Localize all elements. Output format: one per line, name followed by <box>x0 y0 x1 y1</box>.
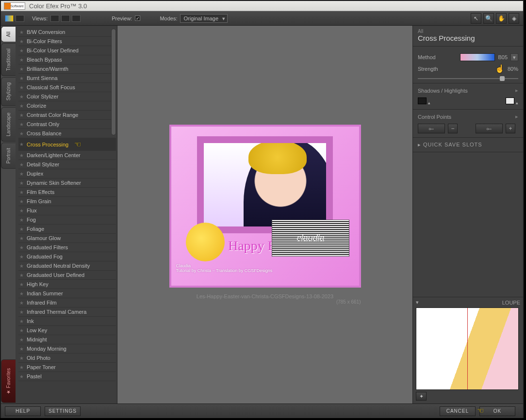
filter-item[interactable]: ★Infrared Film <box>18 298 116 307</box>
filter-item[interactable]: ★Burnt Sienna <box>18 74 116 83</box>
tab-portrait[interactable]: Portrait <box>1 143 16 169</box>
view-side-icon[interactable] <box>72 15 81 22</box>
star-icon[interactable]: ★ <box>19 226 24 232</box>
filter-item[interactable]: ★Detail Stylizer <box>18 160 116 169</box>
star-icon[interactable]: ★ <box>19 48 24 53</box>
filter-item[interactable]: ★Duplex <box>18 169 116 178</box>
expand-arrow-icon[interactable]: ▸ <box>515 87 518 94</box>
add-cp-button[interactable]: + <box>506 124 515 133</box>
star-icon[interactable]: ★ <box>19 254 24 259</box>
highlights-thumb[interactable] <box>506 97 514 104</box>
filter-item[interactable]: ★Graduated Fog <box>18 252 116 261</box>
method-dropdown[interactable]: ▾ <box>510 53 518 61</box>
star-icon[interactable]: ★ <box>19 85 24 90</box>
hand-tool[interactable]: ✋ <box>496 13 507 24</box>
filter-item[interactable]: ★Film Effects <box>18 188 116 197</box>
star-icon[interactable]: ★ <box>19 374 24 379</box>
filter-item[interactable]: ★Film Grain <box>18 197 116 206</box>
thumbnail-view-icon[interactable] <box>5 15 14 22</box>
filter-item[interactable]: ★Indian Summer <box>18 289 116 298</box>
filter-item[interactable]: ★Glamour Glow <box>18 234 116 243</box>
loupe-preview[interactable] <box>416 307 519 390</box>
filter-item[interactable]: ★Color Stylizer <box>18 92 116 101</box>
quick-save-section[interactable]: ▸ QUICK SAVE SLOTS <box>413 137 523 152</box>
filter-item[interactable]: ★Old Photo <box>18 354 116 363</box>
filter-item[interactable]: ★Low Key <box>18 326 116 335</box>
filter-scrollbar[interactable] <box>111 29 116 135</box>
star-icon[interactable]: ★ <box>19 337 24 342</box>
filter-item[interactable]: ★Flux <box>18 206 116 215</box>
filter-item[interactable]: ★Graduated Neutral Density <box>18 261 116 271</box>
add-negative-cp-button[interactable]: ⟜ <box>418 124 445 133</box>
remove-cp-button[interactable]: − <box>448 124 458 133</box>
star-icon[interactable]: ★ <box>19 180 24 186</box>
filter-item[interactable]: ★Contrast Color Range <box>18 111 116 120</box>
star-icon[interactable]: ★ <box>19 190 24 195</box>
filter-item[interactable]: ★Bleach Bypass <box>18 55 116 65</box>
star-icon[interactable]: ★ <box>19 131 24 136</box>
tab-all[interactable]: All <box>1 26 16 42</box>
filter-item[interactable]: ★Graduated Filters <box>18 243 116 252</box>
star-icon[interactable]: ★ <box>19 39 24 44</box>
star-icon[interactable]: ★ <box>19 208 24 213</box>
pointer-tool[interactable]: ↖ <box>471 13 481 24</box>
star-icon[interactable]: ★ <box>19 142 24 147</box>
modes-dropdown[interactable]: Original Image <box>180 14 228 23</box>
filter-item[interactable]: ★Classical Soft Focus <box>18 83 116 92</box>
view-split-icon[interactable] <box>61 15 70 22</box>
expand-arrow-icon[interactable]: ▸ <box>515 113 518 120</box>
star-icon[interactable]: ★ <box>19 355 24 361</box>
list-view-icon[interactable] <box>16 15 24 22</box>
star-icon[interactable]: ★ <box>19 319 24 324</box>
star-icon[interactable]: ★ <box>19 217 24 223</box>
star-icon[interactable]: ★ <box>19 300 24 306</box>
filter-item[interactable]: ★Foliage <box>18 225 116 234</box>
slider-knob[interactable] <box>500 76 505 81</box>
star-icon[interactable]: ★ <box>19 122 24 127</box>
zoom-tool[interactable]: 🔍 <box>483 13 494 24</box>
settings-button[interactable]: SETTINGS <box>45 406 81 416</box>
star-icon[interactable]: ★ <box>19 236 24 241</box>
preview-image[interactable]: Happy Easter Claudia Tutorial by Christa… <box>169 125 361 288</box>
filter-item[interactable]: ★Monday Morning <box>18 344 116 354</box>
filter-item[interactable]: ★B/W Conversion <box>18 28 116 37</box>
background-tool[interactable]: ◈ <box>509 13 519 24</box>
star-icon[interactable]: ★ <box>19 291 24 296</box>
star-icon[interactable]: ★ <box>19 263 24 269</box>
tab-stylizing[interactable]: Stylizing <box>1 77 16 106</box>
star-icon[interactable]: ★ <box>19 30 24 35</box>
filter-item[interactable]: ★Bi-Color User Defined <box>18 46 116 55</box>
filter-item[interactable]: ★High Key <box>18 280 116 289</box>
filter-item[interactable]: ★Fog <box>18 215 116 225</box>
star-icon[interactable]: ★ <box>19 76 24 81</box>
filter-item[interactable]: ★Cross Balance <box>18 129 116 138</box>
star-icon[interactable]: ★ <box>19 113 24 118</box>
filter-item[interactable]: ★Pastel <box>18 372 116 381</box>
star-icon[interactable]: ★ <box>19 199 24 204</box>
star-icon[interactable]: ★ <box>19 365 24 370</box>
star-icon[interactable]: ★ <box>19 346 24 352</box>
filter-item[interactable]: ★Paper Toner <box>18 363 116 372</box>
add-positive-cp-button[interactable]: ⟜ <box>476 124 503 133</box>
star-icon[interactable]: ★ <box>19 328 24 333</box>
filter-item[interactable]: ★Contrast Only <box>18 120 116 129</box>
cancel-button[interactable]: CANCEL <box>440 406 476 416</box>
help-button[interactable]: HELP <box>5 406 41 416</box>
star-icon[interactable]: ★ <box>19 57 24 63</box>
tab-favorites[interactable]: ★ Favorites <box>1 359 16 403</box>
star-icon[interactable]: ★ <box>19 94 24 99</box>
filter-item[interactable]: ★Bi-Color Filters <box>18 37 116 46</box>
star-icon[interactable]: ★ <box>19 66 24 72</box>
filter-item[interactable]: ★Midnight <box>18 335 116 344</box>
shadows-thumb[interactable] <box>418 97 427 104</box>
filter-item[interactable]: ★Brilliance/Warmth <box>18 65 116 74</box>
filter-item[interactable]: ★Cross Processing <box>18 138 116 151</box>
tab-landscape[interactable]: Landscape <box>1 107 16 142</box>
filter-item[interactable]: ★Infrared Thermal Camera <box>18 307 116 317</box>
view-single-icon[interactable] <box>50 15 59 22</box>
tab-traditional[interactable]: Traditional <box>1 43 16 76</box>
filter-item[interactable]: ★Ink <box>18 317 116 326</box>
star-icon[interactable]: ★ <box>19 153 24 158</box>
star-icon[interactable]: ★ <box>19 162 24 167</box>
star-icon[interactable]: ★ <box>19 171 24 177</box>
